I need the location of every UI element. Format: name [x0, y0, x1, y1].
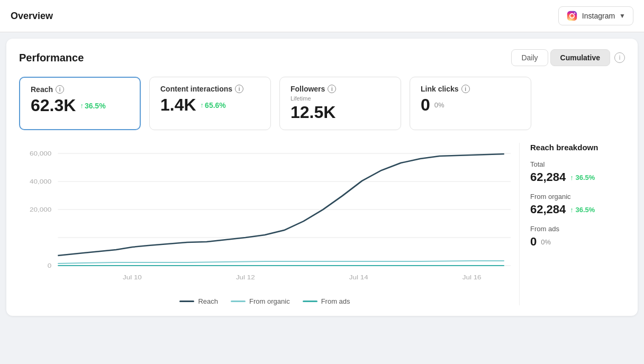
metric-label-content-interactions: Content interactions i — [160, 85, 260, 93]
cumulative-toggle[interactable]: Cumulative — [550, 49, 610, 66]
breakdown-value-from-ads: 0 0% — [530, 235, 625, 249]
daily-toggle[interactable]: Daily — [511, 49, 548, 66]
chart-legend: Reach From organic From ads — [19, 297, 511, 305]
metric-value-followers: 12.5K — [291, 103, 390, 122]
organic-legend-line — [231, 301, 246, 302]
breakdown-value-total: 62,284 ↑ 36.5% — [530, 170, 625, 184]
svg-text:20,000: 20,000 — [30, 206, 51, 213]
metric-card-followers[interactable]: Followers i Lifetime 12.5K — [279, 77, 401, 130]
breakdown-item-from-organic: From organic 62,284 ↑ 36.5% — [530, 193, 625, 216]
breakdown-area: Reach breakdown Total 62,284 ↑ 36.5% Fro… — [519, 143, 625, 305]
link-clicks-info-icon[interactable]: i — [461, 85, 470, 93]
reach-change: ↑ 36.5% — [80, 102, 105, 110]
organic-arrow-icon: ↑ — [570, 206, 574, 214]
content-interactions-change: ↑ 65.6% — [201, 101, 226, 110]
followers-info-icon[interactable]: i — [328, 85, 336, 93]
toggle-group: Daily Cumulative i — [511, 49, 625, 66]
link-clicks-change: 0% — [434, 101, 445, 109]
breakdown-item-from-ads: From ads 0 0% — [530, 225, 625, 249]
metric-card-content-interactions[interactable]: Content interactions i 1.4K ↑ 65.6% — [149, 77, 271, 130]
svg-text:Jul 14: Jul 14 — [349, 274, 368, 281]
chevron-down-icon: ▼ — [619, 12, 625, 20]
reach-legend-line — [179, 301, 194, 302]
main-card: Performance Daily Cumulative i Reach i 6… — [6, 39, 638, 316]
chart-wrapper: 60,000 40,000 20,000 0 Jul 10 Jul 12 Jul… — [19, 143, 511, 291]
breakdown-change-from-ads: 0% — [541, 238, 551, 246]
breakdown-change-total: ↑ 36.5% — [570, 174, 595, 181]
ci-arrow-icon: ↑ — [201, 101, 204, 109]
breakdown-value-from-organic: 62,284 ↑ 36.5% — [530, 203, 625, 216]
breakdown-title: Reach breakdown — [530, 143, 625, 152]
metric-value-content-interactions: 1.4K ↑ 65.6% — [160, 95, 260, 115]
legend-item-from-organic: From organic — [231, 297, 290, 305]
reach-info-icon[interactable]: i — [56, 85, 64, 94]
instagram-icon — [566, 10, 578, 22]
platform-selector[interactable]: Instagram ▼ — [558, 6, 633, 25]
breakdown-label-from-organic: From organic — [530, 193, 625, 201]
content-interactions-info-icon[interactable]: i — [235, 85, 243, 93]
performance-header: Performance Daily Cumulative i — [19, 49, 625, 66]
followers-sublabel: Lifetime — [291, 95, 390, 102]
breakdown-change-from-organic: ↑ 36.5% — [570, 206, 595, 214]
page-container: Overview Instagram ▼ — [0, 0, 644, 364]
metric-label-followers: Followers i — [291, 85, 390, 93]
metric-label-link-clicks: Link clicks i — [421, 85, 520, 93]
page-title: Overview — [11, 11, 53, 22]
total-arrow-icon: ↑ — [570, 174, 574, 181]
reach-legend-label: Reach — [198, 297, 218, 305]
line-chart: 60,000 40,000 20,000 0 Jul 10 Jul 12 Jul… — [19, 143, 511, 291]
metric-value-reach: 62.3K ↑ 36.5% — [31, 96, 129, 115]
ads-legend-line — [303, 301, 318, 302]
metrics-row: Reach i 62.3K ↑ 36.5% Content interactio… — [19, 77, 625, 130]
breakdown-item-total: Total 62,284 ↑ 36.5% — [530, 160, 625, 184]
svg-text:60,000: 60,000 — [30, 150, 51, 157]
metric-label-reach: Reach i — [31, 85, 129, 94]
svg-text:Jul 10: Jul 10 — [123, 274, 142, 281]
legend-item-reach: Reach — [179, 297, 218, 305]
performance-info-icon[interactable]: i — [614, 52, 625, 63]
chart-breakdown-row: 60,000 40,000 20,000 0 Jul 10 Jul 12 Jul… — [19, 143, 625, 305]
performance-title: Performance — [19, 52, 84, 64]
breakdown-label-from-ads: From ads — [530, 225, 625, 233]
metric-card-reach[interactable]: Reach i 62.3K ↑ 36.5% — [19, 77, 141, 130]
platform-label: Instagram — [582, 12, 615, 20]
chart-area: 60,000 40,000 20,000 0 Jul 10 Jul 12 Jul… — [19, 143, 519, 305]
metric-value-link-clicks: 0 0% — [421, 95, 520, 115]
legend-item-from-ads: From ads — [303, 297, 350, 305]
metric-card-link-clicks[interactable]: Link clicks i 0 0% — [410, 77, 531, 130]
organic-legend-label: From organic — [249, 297, 290, 305]
svg-text:Jul 12: Jul 12 — [236, 274, 255, 281]
svg-rect-0 — [567, 11, 577, 21]
ads-legend-label: From ads — [321, 297, 350, 305]
header-bar: Overview Instagram ▼ — [0, 0, 644, 32]
svg-text:0: 0 — [48, 262, 52, 269]
svg-text:Jul 16: Jul 16 — [462, 274, 482, 281]
svg-text:40,000: 40,000 — [30, 178, 51, 185]
reach-arrow-icon: ↑ — [80, 102, 84, 110]
breakdown-label-total: Total — [530, 160, 625, 168]
svg-point-2 — [574, 13, 575, 14]
